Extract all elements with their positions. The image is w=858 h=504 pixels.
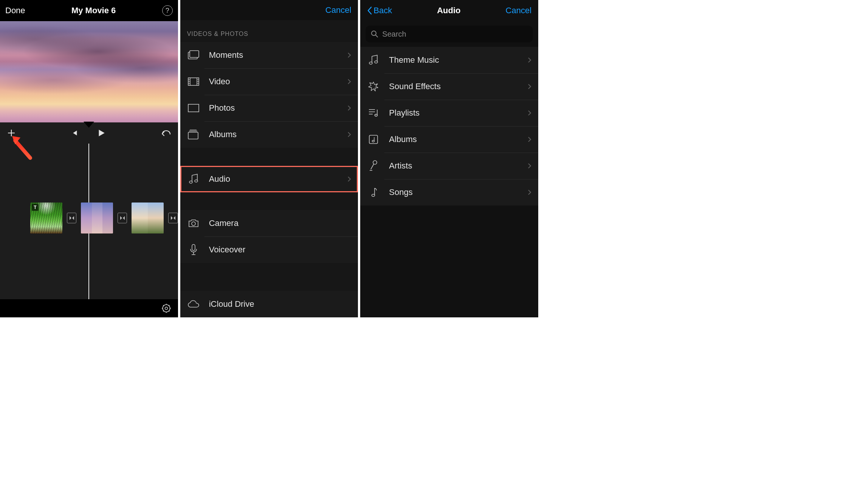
page-title: Audio	[437, 6, 460, 15]
transition-button[interactable]	[67, 213, 76, 223]
music-note-icon	[187, 174, 200, 184]
section-gap	[180, 148, 358, 165]
playhead-marker-icon	[84, 122, 94, 128]
svg-point-33	[369, 62, 372, 64]
artists-row[interactable]: Artists	[360, 153, 538, 179]
media-picker-header: Cancel	[180, 0, 358, 20]
svg-point-41	[373, 161, 377, 164]
svg-rect-39	[369, 135, 378, 144]
icloud-section: iCloud Drive	[180, 291, 358, 317]
audio-row[interactable]: Audio	[180, 166, 358, 192]
album-icon	[367, 135, 380, 144]
burst-icon	[367, 81, 380, 92]
back-button[interactable]: Back	[367, 6, 392, 15]
sound-effects-row[interactable]: Sound Effects	[360, 73, 538, 100]
audio-picker-panel: Back Audio Cancel Search Theme Music Sou…	[360, 0, 541, 317]
editor-header: Done My Movie 6 ?	[0, 0, 178, 21]
icloud-drive-row[interactable]: iCloud Drive	[180, 291, 358, 317]
videos-photos-list: Moments Video Photos Albums	[180, 42, 358, 148]
microphone-icon	[187, 244, 200, 255]
transition-button[interactable]	[168, 213, 178, 223]
svg-point-27	[192, 222, 195, 226]
row-label: iCloud Drive	[209, 299, 352, 309]
photos-row[interactable]: Photos	[180, 95, 358, 121]
timeline[interactable]	[0, 144, 178, 299]
chevron-left-icon	[367, 6, 372, 15]
section-gap	[180, 263, 358, 291]
play-button[interactable]	[96, 128, 106, 138]
svg-point-1	[165, 307, 167, 310]
transition-button[interactable]	[118, 213, 127, 223]
svg-line-32	[376, 35, 378, 37]
cancel-button[interactable]: Cancel	[325, 5, 351, 15]
songs-row[interactable]: Songs	[360, 179, 538, 206]
cancel-button[interactable]: Cancel	[506, 6, 531, 15]
chevron-right-icon	[528, 83, 531, 90]
search-input[interactable]: Search	[366, 26, 533, 42]
row-label: Camera	[209, 218, 352, 228]
camera-icon	[187, 219, 200, 228]
row-label: Artists	[389, 161, 519, 171]
add-media-button[interactable]	[7, 128, 16, 138]
voiceover-row[interactable]: Voiceover	[180, 237, 358, 263]
search-icon	[371, 30, 378, 38]
project-title: My Movie 6	[71, 6, 116, 15]
audio-categories-list: Theme Music Sound Effects Playlists Albu…	[360, 47, 538, 206]
playlists-row[interactable]: Playlists	[360, 100, 538, 126]
svg-point-43	[372, 194, 375, 196]
filmstrip-icon	[187, 77, 200, 86]
timeline-clip[interactable]	[132, 203, 164, 233]
svg-point-31	[372, 31, 376, 36]
chevron-right-icon	[528, 163, 531, 169]
theme-music-row[interactable]: Theme Music	[360, 47, 538, 73]
chevron-right-icon	[528, 189, 531, 195]
transport-controls	[0, 122, 178, 144]
editor-panel: Done My Movie 6 ?	[0, 0, 180, 317]
help-button[interactable]: ?	[162, 5, 173, 16]
moments-row[interactable]: Moments	[180, 42, 358, 68]
row-label: Moments	[209, 50, 339, 60]
chevron-right-icon	[347, 176, 351, 182]
row-label: Voiceover	[209, 245, 352, 255]
svg-rect-21	[188, 104, 199, 112]
skip-start-button[interactable]	[70, 129, 78, 137]
undo-button[interactable]	[161, 128, 171, 138]
chevron-right-icon	[528, 136, 531, 142]
row-label: Albums	[389, 135, 519, 144]
playlist-icon	[367, 108, 380, 118]
row-label: Sound Effects	[389, 82, 519, 91]
audio-section: Audio	[180, 166, 358, 192]
music-note-icon	[367, 55, 380, 65]
svg-point-34	[375, 61, 378, 63]
svg-point-40	[372, 140, 375, 142]
section-header: VIDEOS & PHOTOS	[180, 20, 358, 42]
chevron-right-icon	[347, 105, 351, 111]
timeline-clip[interactable]	[30, 203, 62, 233]
search-placeholder: Search	[382, 30, 406, 39]
chevron-right-icon	[347, 52, 351, 58]
capture-section: Camera Voiceover	[180, 210, 358, 263]
svg-point-38	[375, 114, 378, 116]
section-gap	[180, 192, 358, 210]
albums-row[interactable]: Albums	[360, 126, 538, 153]
albums-row[interactable]: Albums	[180, 121, 358, 148]
svg-point-26	[195, 180, 198, 182]
timeline-clip[interactable]	[81, 203, 113, 233]
video-preview[interactable]	[0, 21, 178, 122]
cloud-icon	[187, 300, 200, 308]
row-label: Audio	[209, 174, 339, 184]
row-label: Playlists	[389, 108, 519, 118]
done-button[interactable]: Done	[5, 6, 25, 15]
clip-row	[0, 203, 178, 233]
editor-footer	[0, 299, 178, 317]
row-label: Theme Music	[389, 55, 519, 65]
media-picker-panel: Cancel VIDEOS & PHOTOS Moments Video Pho…	[180, 0, 361, 317]
video-row[interactable]: Video	[180, 68, 358, 95]
settings-button[interactable]	[161, 303, 171, 313]
row-label: Albums	[209, 130, 339, 139]
chevron-right-icon	[528, 110, 531, 116]
chevron-right-icon	[347, 131, 351, 138]
svg-point-25	[189, 181, 192, 183]
row-label: Photos	[209, 103, 339, 113]
camera-row[interactable]: Camera	[180, 210, 358, 237]
